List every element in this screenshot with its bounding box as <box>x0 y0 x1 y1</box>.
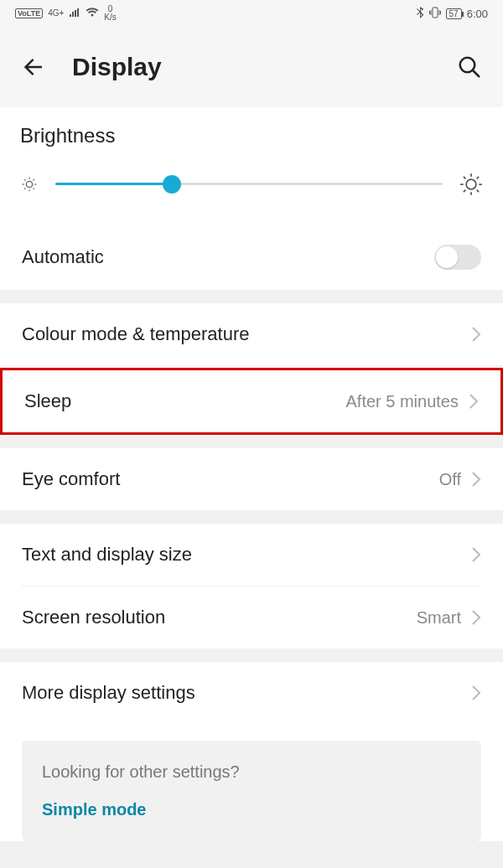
vibrate-icon <box>429 7 441 21</box>
brightness-high-icon <box>459 173 483 196</box>
signal-icon <box>69 8 80 20</box>
card-question: Looking for other settings? <box>42 762 461 782</box>
automatic-toggle[interactable] <box>434 245 481 270</box>
eye-comfort-value: Off <box>439 470 461 489</box>
appbar: Display <box>0 27 503 107</box>
battery-icon: 57 <box>446 8 462 19</box>
colour-mode-row[interactable]: Colour mode & temperature <box>0 303 503 365</box>
automatic-label: Automatic <box>22 246 104 268</box>
brightness-section: Brightness Automatic <box>0 107 503 290</box>
clock: 6:00 <box>467 8 488 20</box>
eye-comfort-row[interactable]: Eye comfort Off <box>0 448 503 510</box>
back-button[interactable] <box>17 50 50 84</box>
sleep-row-highlighted: Sleep After 5 minutes <box>0 368 503 435</box>
search-icon <box>457 54 482 80</box>
eye-comfort-label: Eye comfort <box>22 468 120 490</box>
network-type: 4G+ <box>48 9 64 18</box>
data-speed: 0 K/s <box>104 5 116 22</box>
automatic-brightness-row[interactable]: Automatic <box>0 225 503 290</box>
looking-for-settings-card: Looking for other settings? Simple mode <box>22 741 481 841</box>
sleep-row[interactable]: Sleep After 5 minutes <box>3 370 500 432</box>
colour-mode-label: Colour mode & temperature <box>22 323 249 345</box>
more-display-label: More display settings <box>22 682 195 704</box>
text-size-row[interactable]: Text and display size <box>0 524 503 586</box>
svg-rect-0 <box>433 8 438 18</box>
volte-badge: VoLTE <box>15 8 43 18</box>
chevron-right-icon <box>471 685 481 701</box>
svg-point-3 <box>466 179 476 189</box>
more-display-row[interactable]: More display settings <box>0 662 503 724</box>
screen-resolution-row[interactable]: Screen resolution Smart <box>0 586 503 648</box>
svg-point-2 <box>26 181 32 187</box>
chevron-right-icon <box>469 393 479 410</box>
brightness-title: Brightness <box>20 124 483 147</box>
brightness-slider[interactable] <box>55 174 443 194</box>
simple-mode-link[interactable]: Simple mode <box>42 800 461 819</box>
chevron-right-icon <box>471 546 481 563</box>
brightness-low-icon <box>20 175 39 194</box>
screen-resolution-label: Screen resolution <box>22 607 165 628</box>
status-bar: VoLTE 4G+ 0 K/s 57 6:00 <box>0 0 503 27</box>
sleep-label: Sleep <box>24 390 71 412</box>
text-size-label: Text and display size <box>22 544 192 566</box>
back-arrow-icon <box>21 54 46 80</box>
wifi-icon <box>86 8 99 20</box>
slider-thumb[interactable] <box>163 175 181 194</box>
chevron-right-icon <box>471 326 481 343</box>
chevron-right-icon <box>471 471 481 488</box>
chevron-right-icon <box>471 609 481 626</box>
page-title: Display <box>72 53 431 81</box>
sleep-value: After 5 minutes <box>345 392 459 411</box>
search-button[interactable] <box>453 50 486 84</box>
bluetooth-icon <box>416 7 424 21</box>
screen-resolution-value: Smart <box>417 608 461 628</box>
brightness-slider-row <box>20 173 483 196</box>
